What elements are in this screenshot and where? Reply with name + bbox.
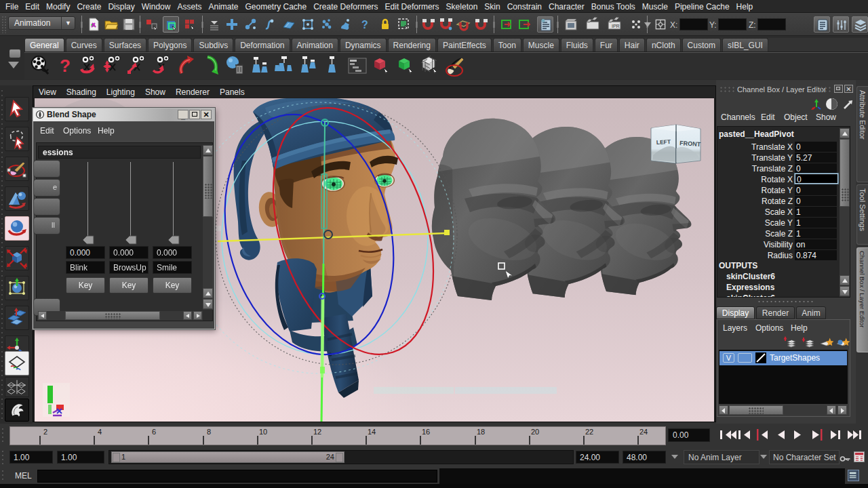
svg-text:6: 6	[152, 428, 156, 436]
svg-text:?: ?	[361, 19, 368, 30]
svg-text:LEFT: LEFT	[656, 138, 672, 146]
svg-text:8: 8	[207, 428, 211, 436]
svg-text:?: ?	[60, 56, 71, 76]
svg-text:24: 24	[639, 428, 648, 436]
svg-text:20: 20	[531, 428, 539, 436]
svg-text:14: 14	[368, 428, 376, 436]
svg-text:10: 10	[259, 428, 267, 436]
svg-text:16: 16	[422, 428, 430, 436]
svg-text:22: 22	[585, 428, 593, 436]
svg-text:IPR: IPR	[612, 24, 620, 28]
svg-text:2: 2	[43, 428, 47, 436]
svg-text:18: 18	[477, 428, 485, 436]
svg-text:4: 4	[98, 428, 102, 436]
svg-text:12: 12	[313, 428, 321, 436]
